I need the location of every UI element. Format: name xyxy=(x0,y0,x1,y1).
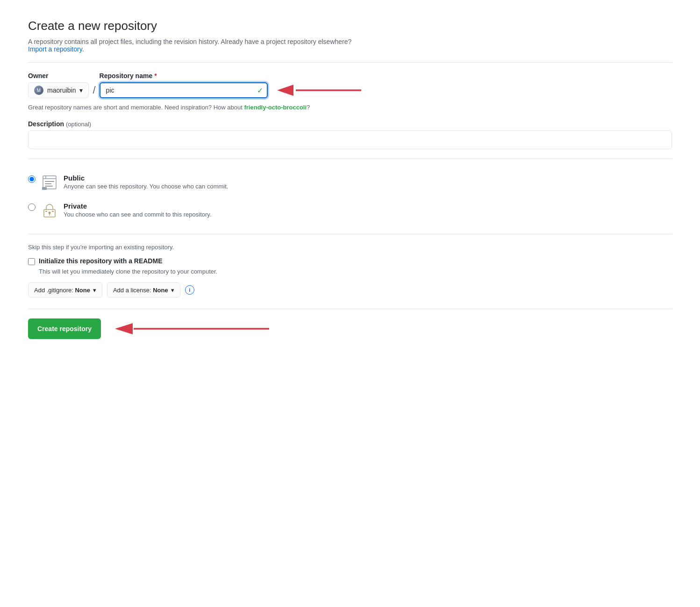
description-field-group: Description (optional) xyxy=(28,120,672,149)
public-repo-icon xyxy=(41,174,58,191)
private-description: You choose who can see and commit to thi… xyxy=(64,211,212,218)
public-radio[interactable] xyxy=(28,175,36,183)
owner-label: Owner xyxy=(28,72,89,79)
private-option: Private You choose who can see and commi… xyxy=(28,196,672,224)
public-title: Public xyxy=(64,174,228,182)
description-input[interactable] xyxy=(28,130,672,149)
repo-name-field-group: Repository name* ✓ xyxy=(100,72,268,98)
divider-1 xyxy=(28,62,672,63)
license-label: Add a license: None xyxy=(113,287,168,294)
svg-marker-15 xyxy=(115,323,133,334)
repo-name-label: Repository name* xyxy=(100,72,268,79)
page-title: Create a new repository xyxy=(28,19,672,33)
divider-3 xyxy=(28,234,672,234)
visibility-group: Public Anyone can see this repository. Y… xyxy=(28,168,672,224)
owner-chevron-icon: ▾ xyxy=(79,87,83,94)
owner-dropdown[interactable]: M maoruibin ▾ xyxy=(28,82,89,98)
readme-checkbox-row: Initialize this repository with a README xyxy=(28,257,672,265)
gitignore-label: Add .gitignore: None xyxy=(34,287,90,294)
svg-rect-13 xyxy=(52,211,54,212)
owner-field-group: Owner M maoruibin ▾ xyxy=(28,72,89,98)
readme-checkbox[interactable] xyxy=(28,258,35,265)
svg-marker-1 xyxy=(277,85,293,96)
svg-point-10 xyxy=(49,212,51,214)
svg-rect-12 xyxy=(45,211,47,212)
svg-rect-6 xyxy=(45,183,51,184)
license-info-icon[interactable]: i xyxy=(185,285,194,295)
svg-rect-7 xyxy=(45,186,53,187)
svg-rect-2 xyxy=(43,176,56,189)
private-content: Private You choose who can see and commi… xyxy=(64,202,212,218)
import-link[interactable]: Import a repository. xyxy=(28,45,84,53)
private-title: Private xyxy=(64,202,212,210)
repo-name-input[interactable] xyxy=(100,82,268,98)
private-repo-icon xyxy=(41,202,58,219)
private-radio[interactable] xyxy=(28,203,36,211)
repo-name-wrapper: ✓ xyxy=(100,82,268,98)
svg-rect-5 xyxy=(45,181,54,182)
select-row: Add .gitignore: None ▾ Add a license: No… xyxy=(28,282,672,297)
create-repository-button[interactable]: Create repository xyxy=(28,318,101,339)
public-option: Public Anyone can see this repository. Y… xyxy=(28,168,672,196)
description-label: Description (optional) xyxy=(28,120,672,128)
svg-rect-8 xyxy=(42,187,47,190)
gitignore-chevron-icon: ▾ xyxy=(93,287,96,294)
license-dropdown[interactable]: Add a license: None ▾ xyxy=(107,282,180,297)
public-description: Anyone can see this repository. You choo… xyxy=(64,183,228,190)
divider-2 xyxy=(28,159,672,159)
repo-hint: Great repository names are short and mem… xyxy=(28,104,672,111)
readme-desc: This will let you immediately clone the … xyxy=(39,268,672,275)
license-chevron-icon: ▾ xyxy=(171,287,174,294)
page-subtitle: A repository contains all project files,… xyxy=(28,38,672,53)
valid-check-icon: ✓ xyxy=(257,86,263,95)
owner-repo-row: Owner M maoruibin ▾ / Repository name* ✓ xyxy=(28,72,672,98)
gitignore-dropdown[interactable]: Add .gitignore: None ▾ xyxy=(28,282,102,297)
owner-username: maoruibin xyxy=(47,87,76,94)
readme-label[interactable]: Initialize this repository with a README xyxy=(39,257,162,265)
slash-separator: / xyxy=(93,82,95,98)
owner-avatar: M xyxy=(34,86,43,95)
divider-4 xyxy=(28,309,672,309)
input-arrow-annotation xyxy=(268,81,361,100)
skip-text: Skip this step if you're importing an ex… xyxy=(28,244,672,251)
bottom-section: Create repository xyxy=(28,318,672,339)
public-content: Public Anyone can see this repository. Y… xyxy=(64,174,228,190)
create-arrow-annotation xyxy=(110,318,269,339)
suggestion-link[interactable]: friendly-octo-broccoli xyxy=(244,104,307,111)
